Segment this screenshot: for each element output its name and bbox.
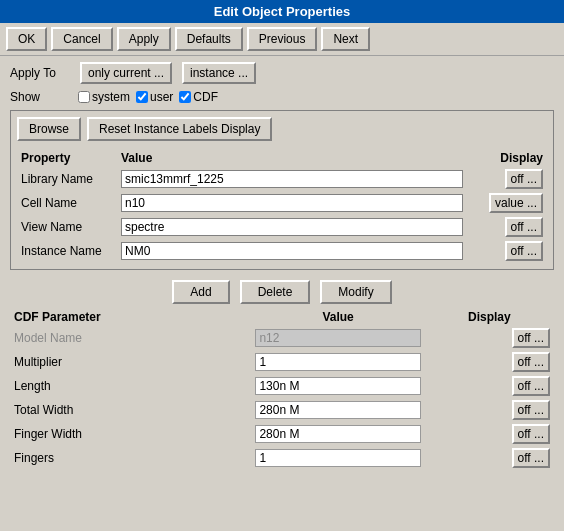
prop-display-cell-1: value ...: [467, 191, 547, 215]
prop-display-btn-3[interactable]: off ...: [505, 241, 543, 261]
panel-toolbar: Browse Reset Instance Labels Display: [17, 117, 547, 141]
delete-button[interactable]: Delete: [240, 280, 311, 304]
apply-to-current-dropdown[interactable]: only current ...: [80, 62, 172, 84]
prop-display-cell-3: off ...: [467, 239, 547, 263]
add-button[interactable]: Add: [172, 280, 229, 304]
cdf-display-btn-4[interactable]: off ...: [512, 424, 550, 444]
show-user-label: user: [150, 90, 173, 104]
show-row: Show system user CDF: [10, 90, 554, 104]
properties-table: Property Value Display Library Name off …: [17, 149, 547, 263]
table-row: Cell Name value ...: [17, 191, 547, 215]
properties-panel: Browse Reset Instance Labels Display Pro…: [10, 110, 554, 270]
cdf-row: Fingers 1 off ...: [10, 446, 554, 470]
cdf-value-cell-4: 280n M: [251, 422, 424, 446]
cdf-row: Model Name n12 off ...: [10, 326, 554, 350]
cdf-param-3: Total Width: [10, 398, 251, 422]
cdf-row: Total Width 280n M off ...: [10, 398, 554, 422]
apply-button[interactable]: Apply: [117, 27, 171, 51]
header-display: Display: [467, 149, 547, 167]
apply-to-instance-dropdown[interactable]: instance ...: [182, 62, 256, 84]
modify-button[interactable]: Modify: [320, 280, 391, 304]
title-text: Edit Object Properties: [214, 4, 351, 19]
show-user-checkbox[interactable]: [136, 91, 148, 103]
show-system-item: system: [78, 90, 130, 104]
cdf-row: Multiplier 1 off ...: [10, 350, 554, 374]
previous-button[interactable]: Previous: [247, 27, 318, 51]
show-cdf-label: CDF: [193, 90, 218, 104]
cdf-display-btn-5[interactable]: off ...: [512, 448, 550, 468]
reset-button[interactable]: Reset Instance Labels Display: [87, 117, 272, 141]
cdf-param-5: Fingers: [10, 446, 251, 470]
cdf-display-cell-2: off ...: [425, 374, 554, 398]
table-row: View Name off ...: [17, 215, 547, 239]
cdf-display-cell-0: off ...: [425, 326, 554, 350]
cdf-header-value: Value: [251, 308, 424, 326]
cdf-display-btn-2[interactable]: off ...: [512, 376, 550, 396]
prop-name-2: View Name: [17, 215, 117, 239]
cdf-header-parameter: CDF Parameter: [10, 308, 251, 326]
cdf-value-cell-3: 280n M: [251, 398, 424, 422]
cdf-display-btn-0[interactable]: off ...: [512, 328, 550, 348]
prop-name-1: Cell Name: [17, 191, 117, 215]
cdf-display-btn-3[interactable]: off ...: [512, 400, 550, 420]
apply-to-row: Apply To only current ... instance ...: [10, 62, 554, 84]
main-content: Apply To only current ... instance ... S…: [0, 56, 564, 476]
prop-value-input-1[interactable]: [121, 194, 463, 212]
cdf-display-btn-1[interactable]: off ...: [512, 352, 550, 372]
cdf-row: Length 130n M off ...: [10, 374, 554, 398]
show-cdf-checkbox[interactable]: [179, 91, 191, 103]
cdf-table: CDF Parameter Value Display Model Name n…: [10, 308, 554, 470]
cdf-value-cell-5: 1: [251, 446, 424, 470]
cdf-value-cell-0: n12: [251, 326, 424, 350]
prop-display-btn-2[interactable]: off ...: [505, 217, 543, 237]
prop-name-0: Library Name: [17, 167, 117, 191]
prop-value-input-2[interactable]: [121, 218, 463, 236]
cdf-display-cell-5: off ...: [425, 446, 554, 470]
cancel-button[interactable]: Cancel: [51, 27, 112, 51]
header-value: Value: [117, 149, 467, 167]
prop-value-cell-3: [117, 239, 467, 263]
cdf-display-cell-4: off ...: [425, 422, 554, 446]
show-label: Show: [10, 90, 70, 104]
cdf-row: Finger Width 280n M off ...: [10, 422, 554, 446]
cdf-header-display: Display: [425, 308, 554, 326]
prop-display-cell-0: off ...: [467, 167, 547, 191]
next-button[interactable]: Next: [321, 27, 370, 51]
cdf-param-2: Length: [10, 374, 251, 398]
prop-display-cell-2: off ...: [467, 215, 547, 239]
cdf-display-cell-1: off ...: [425, 350, 554, 374]
prop-display-btn-1[interactable]: value ...: [489, 193, 543, 213]
cdf-param-4: Finger Width: [10, 422, 251, 446]
prop-value-input-0[interactable]: [121, 170, 463, 188]
prop-value-cell-1: [117, 191, 467, 215]
show-system-label: system: [92, 90, 130, 104]
show-options: system user CDF: [78, 90, 218, 104]
table-row: Instance Name off ...: [17, 239, 547, 263]
apply-to-label: Apply To: [10, 66, 70, 80]
toolbar: OK Cancel Apply Defaults Previous Next: [0, 23, 564, 56]
prop-value-input-3[interactable]: [121, 242, 463, 260]
prop-value-cell-2: [117, 215, 467, 239]
show-cdf-item: CDF: [179, 90, 218, 104]
browse-button[interactable]: Browse: [17, 117, 81, 141]
ok-button[interactable]: OK: [6, 27, 47, 51]
show-user-item: user: [136, 90, 173, 104]
defaults-button[interactable]: Defaults: [175, 27, 243, 51]
header-property: Property: [17, 149, 117, 167]
prop-display-btn-0[interactable]: off ...: [505, 169, 543, 189]
prop-name-3: Instance Name: [17, 239, 117, 263]
show-system-checkbox[interactable]: [78, 91, 90, 103]
add-del-toolbar: Add Delete Modify: [10, 276, 554, 308]
title-bar: Edit Object Properties: [0, 0, 564, 23]
cdf-param-0: Model Name: [10, 326, 251, 350]
cdf-param-1: Multiplier: [10, 350, 251, 374]
table-row: Library Name off ...: [17, 167, 547, 191]
cdf-display-cell-3: off ...: [425, 398, 554, 422]
prop-value-cell-0: [117, 167, 467, 191]
cdf-value-cell-1: 1: [251, 350, 424, 374]
cdf-value-cell-2: 130n M: [251, 374, 424, 398]
